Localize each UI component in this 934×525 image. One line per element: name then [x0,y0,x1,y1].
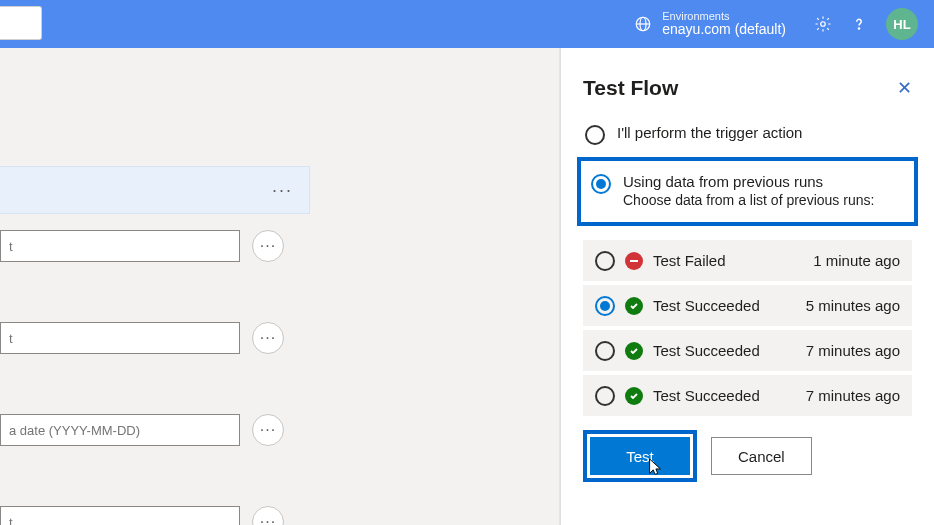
gear-icon[interactable] [814,15,832,33]
previous-runs-list: Test Failed 1 minute ago Test Succeeded … [583,240,912,416]
field-options-button[interactable]: ··· [252,230,284,262]
flow-designer: ··· ··· ··· ··· ··· [0,48,560,525]
option-previous-label: Using data from previous runs [623,173,874,190]
svg-point-3 [858,28,859,29]
run-time: 5 minutes ago [806,297,900,314]
option-previous-sub: Choose data from a list of previous runs… [623,192,874,208]
action-card-body: ··· ··· ··· ··· [0,220,310,525]
radio-icon[interactable] [585,125,605,145]
ellipsis-icon[interactable]: ··· [272,180,293,201]
test-button[interactable]: Test [590,437,690,475]
help-icon[interactable] [850,15,868,33]
status-fail-icon [625,252,643,270]
radio-icon[interactable] [595,296,615,316]
environment-label: Environments [662,10,786,22]
radio-icon[interactable] [595,386,615,406]
status-success-icon [625,387,643,405]
input-row: ··· [0,312,310,364]
text-input[interactable] [0,506,240,525]
highlight-previous-runs: Using data from previous runs Choose dat… [577,157,918,226]
run-item[interactable]: Test Succeeded 5 minutes ago [583,285,912,326]
highlight-test-button: Test [583,430,697,482]
option-previous-text: Using data from previous runs Choose dat… [623,173,874,208]
radio-icon[interactable] [595,341,615,361]
test-button-label: Test [626,448,654,465]
run-item[interactable]: Test Succeeded 7 minutes ago [583,330,912,371]
option-manual-label: I'll perform the trigger action [617,124,802,141]
run-item[interactable]: Test Succeeded 7 minutes ago [583,375,912,416]
status-success-icon [625,297,643,315]
run-label: Test Succeeded [653,297,796,314]
date-input[interactable] [0,414,240,446]
radio-icon[interactable] [591,174,611,194]
run-item[interactable]: Test Failed 1 minute ago [583,240,912,281]
field-options-button[interactable]: ··· [252,322,284,354]
input-row: ··· [0,220,310,272]
run-time: 7 minutes ago [806,387,900,404]
globe-icon [634,15,652,33]
field-options-button[interactable]: ··· [252,506,284,525]
panel-header: Test Flow ✕ [583,76,912,100]
text-input[interactable] [0,230,240,262]
option-manual[interactable]: I'll perform the trigger action [583,118,912,151]
field-options-button[interactable]: ··· [252,414,284,446]
environment-name: enayu.com (default) [662,22,786,37]
option-previous[interactable]: Using data from previous runs Choose dat… [589,167,906,214]
header-left-box [0,6,42,40]
panel-title: Test Flow [583,76,678,100]
action-card-header[interactable]: ··· [0,166,310,214]
text-input[interactable] [0,322,240,354]
svg-point-2 [821,22,826,27]
test-flow-panel: Test Flow ✕ I'll perform the trigger act… [560,48,934,525]
close-icon[interactable]: ✕ [897,77,912,99]
input-row: ··· [0,404,310,456]
environment-picker[interactable]: Environments enayu.com (default) [634,10,786,37]
radio-icon[interactable] [595,251,615,271]
run-label: Test Succeeded [653,342,796,359]
run-time: 1 minute ago [813,252,900,269]
avatar[interactable]: HL [886,8,918,40]
environment-text: Environments enayu.com (default) [662,10,786,37]
run-time: 7 minutes ago [806,342,900,359]
status-success-icon [625,342,643,360]
svg-rect-4 [630,260,638,262]
app-header: Environments enayu.com (default) HL [0,0,934,48]
run-label: Test Succeeded [653,387,796,404]
panel-buttons: Test Cancel [583,430,912,482]
cancel-button[interactable]: Cancel [711,437,812,475]
input-row: ··· [0,496,310,525]
run-label: Test Failed [653,252,803,269]
